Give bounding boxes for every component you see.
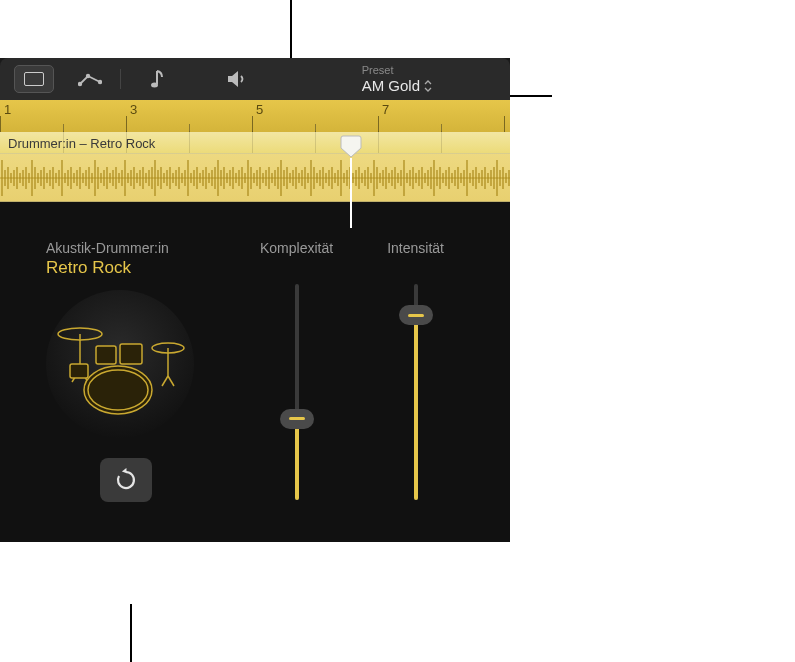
drummer-editor-panel: Preset AM Gold 1 3 5 7 Drummer:in – Retr… [0,58,510,542]
toolbar: Preset AM Gold [0,58,510,100]
preset-value-row: AM Gold [362,77,432,94]
eighth-note-icon [149,68,165,90]
speaker-icon [226,69,248,89]
ruler-number: 3 [130,102,137,117]
waveform-graphic [0,154,510,202]
svg-point-2 [98,80,102,84]
preset-name: AM Gold [362,77,420,94]
callout-line-bottom [130,604,132,662]
rectangle-icon [24,72,44,86]
complexity-slider[interactable] [277,284,317,500]
region-name: Drummer:in – Retro Rock [8,136,155,151]
drummer-region[interactable]: Drummer:in – Retro Rock [0,132,510,202]
ruler-tick [315,124,316,132]
ruler-tick [252,116,253,132]
drummer-type-label: Akustik-Drummer:in [46,240,206,256]
intensity-label: Intensität [387,240,444,256]
ruler-number: 5 [256,102,263,117]
preset-heading: Preset [362,64,432,76]
intensity-slider-column: Intensität [387,240,444,500]
svg-point-186 [84,366,152,414]
ruler-number: 7 [382,102,389,117]
automation-curve-icon [78,70,102,88]
playhead-marker-icon [340,134,362,158]
timeline-ruler[interactable]: 1 3 5 7 [0,100,510,132]
ruler-tick [378,116,379,132]
drummer-controls: Akustik-Drummer:in Retro Rock [0,202,510,542]
svg-point-1 [86,74,90,78]
preview-audio-button[interactable] [225,67,249,91]
region-waveform [0,154,510,202]
svg-rect-185 [70,364,88,378]
drummer-info-column: Akustik-Drummer:in Retro Rock [46,240,206,500]
slider-thumb[interactable] [399,305,433,325]
ruler-number: 1 [4,102,11,117]
ruler-tick [504,116,505,132]
svg-point-0 [78,82,82,86]
region-view-button[interactable] [14,65,54,93]
ruler-tick [0,116,1,132]
ruler-tick [63,124,64,132]
svg-line-182 [168,376,174,386]
toolbar-divider [120,69,121,89]
complexity-slider-column: Komplexität [260,240,333,500]
svg-rect-183 [96,346,116,364]
intensity-slider[interactable] [396,284,436,500]
ruler-tick [126,116,127,132]
drum-kit-preview[interactable] [46,290,194,438]
region-header: Drummer:in – Retro Rock [0,132,510,154]
callout-line-top [290,0,292,60]
note-tool[interactable] [145,67,169,91]
svg-point-3 [151,83,158,88]
playhead[interactable] [350,158,352,228]
drum-kit-icon [50,304,190,424]
drummer-style-name: Retro Rock [46,258,206,278]
refresh-icon [114,468,138,492]
ruler-tick [441,124,442,132]
svg-rect-184 [120,344,142,364]
complexity-label: Komplexität [260,240,333,256]
updown-chevron-icon [424,80,432,92]
svg-line-181 [162,376,168,386]
ruler-tick [189,124,190,132]
preset-selector[interactable]: Preset AM Gold [362,64,510,94]
regenerate-button[interactable] [100,458,152,502]
slider-thumb[interactable] [280,409,314,429]
automation-tool[interactable] [78,67,102,91]
